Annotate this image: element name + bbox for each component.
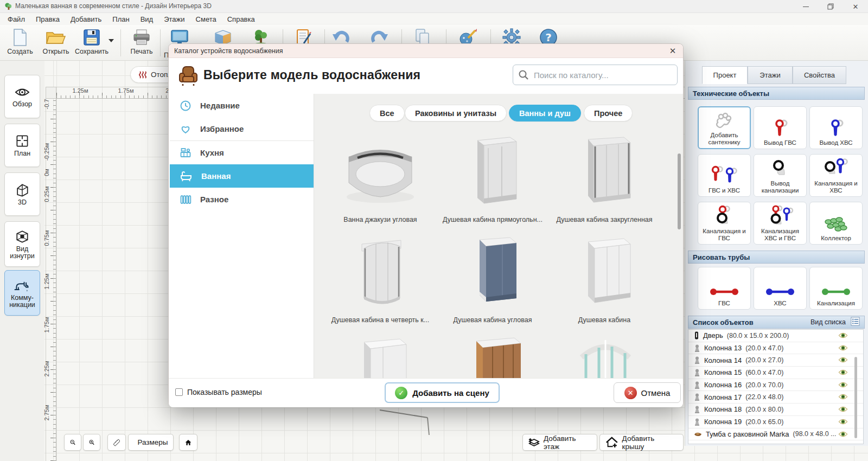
visibility-eye-icon[interactable] [838,418,848,427]
search-input[interactable] [533,70,672,80]
pipe-sewer-button[interactable]: Канализация [809,267,863,310]
add-roof-icon [605,437,618,448]
sewer-cold-hot-button[interactable]: Канализация ХВС и ГВС [754,202,807,245]
product-shower-quarter[interactable]: Душевая кабина в четверть к... [324,232,436,324]
category-recent[interactable]: Недавние [170,94,314,117]
object-list-scrollbar[interactable] [854,357,857,438]
measure-button[interactable] [107,434,126,451]
menu-file[interactable]: Файл [2,14,30,24]
hot-water-outlet-button[interactable]: Вывод ГВС [754,106,807,149]
visibility-eye-icon[interactable] [838,381,848,390]
product-scrollbar[interactable] [678,153,681,229]
column-icon [694,406,700,413]
object-row-column[interactable]: Колонна 17 (22.0 x 48.0) [688,391,863,404]
add-plumbing-button[interactable]: Добавить сантехнику [698,106,751,149]
menu-estimate[interactable]: Смета [190,14,222,24]
menu-help[interactable]: Справка [222,14,260,24]
object-row-column[interactable]: Колонна 18 (20.0 x 80.0) [688,404,863,416]
object-row-cabinet[interactable]: Тумба с раковиной Marka (98.0 x 48.0 ... [688,428,863,441]
dialog-close-button[interactable]: ✕ [667,46,679,56]
object-row-door[interactable]: Дверь (80.0 x 15.0 x 200.0) [688,330,863,342]
filter-sinks-toilets[interactable]: Раковины и унитазы [405,105,507,121]
minimize-button[interactable] [793,0,818,13]
close-window-button[interactable]: ✕ [843,0,868,13]
visibility-eye-icon[interactable] [838,369,848,377]
list-view-button[interactable] [851,317,860,328]
product-shower-partial[interactable] [324,332,436,378]
product-shower-wood-partial[interactable] [437,332,548,378]
menu-add[interactable]: Добавить [65,14,107,24]
column-icon [694,369,700,376]
visibility-eye-icon[interactable] [838,406,848,414]
category-favorites[interactable]: Избранное [170,117,314,140]
product-shower-plain[interactable]: Душевая кабина [548,232,660,324]
product-shower-rounded[interactable]: Душевая кабина закругленная [548,132,660,223]
zoom-in-button[interactable] [83,434,100,451]
tab-properties[interactable]: Свойства [793,66,846,84]
tab-floors[interactable]: Этажи [748,66,793,84]
add-roof-button[interactable]: Добавить крышу [599,434,684,451]
zoom-out-button[interactable] [64,434,81,451]
show-dimensions-checkbox[interactable] [175,388,183,396]
category-misc[interactable]: Разное [170,188,314,211]
object-row-column[interactable]: Колонна 16 (20.0 x 70.0) [688,379,863,392]
menu-plan[interactable]: План [107,14,135,24]
pipe-hot-button[interactable]: ГВС [698,267,751,310]
home-button[interactable] [179,434,197,451]
menu-view[interactable]: Вид [135,14,159,24]
product-shower-corner[interactable]: Душевая кабина угловая [437,232,548,324]
open-project-button[interactable]: Открыть [38,27,74,59]
object-row-column[interactable]: Колонна 14 (20.0 x 27.0) [688,354,863,367]
visibility-eye-icon[interactable] [838,393,848,402]
confirm-check-icon: ✓ [395,387,407,399]
collector-button[interactable]: Коллектор [809,202,863,245]
add-to-scene-button[interactable]: ✓ Добавить на сцену [385,382,500,403]
object-row-column[interactable]: Колонна 19 (20.0 x 65.0) [688,416,863,428]
menu-floors[interactable]: Этажи [158,14,190,24]
save-dropdown-arrow[interactable] [108,39,114,42]
sidebar-item-communications[interactable]: Комму-никации [4,270,40,316]
svg-text:?: ? [545,31,552,44]
shower-quarter-image [337,232,424,313]
dimensions-button[interactable]: Размеры [128,434,174,451]
door-icon [694,331,699,340]
visibility-eye-icon[interactable] [838,332,848,341]
v-ruler-label: 0м [43,161,50,184]
sewer-outlet-button[interactable]: Вывод канализации [754,154,807,197]
sidebar-item-interior-view[interactable]: Видизнутри [4,221,40,267]
pipe-cold-button[interactable]: ХВС [754,267,807,310]
sewer-cold-button[interactable]: Канализация и ХВС [809,154,863,197]
tab-project[interactable]: Проект [702,66,748,84]
save-project-button[interactable]: Сохранить [74,27,110,59]
product-corner-jacuzzi[interactable]: Ванна джакузи угловая [324,132,436,223]
restore-button[interactable] [818,0,843,13]
pipe-cold-icon [764,284,796,300]
hot-cold-water-button[interactable]: ГВС и ХВС [698,154,751,197]
cold-water-outlet-button[interactable]: Вывод ХВС [809,106,863,149]
product-shower-glass-partial[interactable] [548,332,660,378]
visibility-eye-icon[interactable] [838,431,848,439]
print-button[interactable]: Печать [124,27,159,59]
filter-baths-showers[interactable]: Ванны и душ [509,105,581,121]
pipe-hot-icon [709,284,740,300]
sidebar-item-plan[interactable]: План [4,124,40,167]
object-row-column[interactable]: Колонна 13 (20.0 x 47.0) [688,342,863,355]
category-bathroom[interactable]: Ванная [170,164,314,188]
object-row-column[interactable]: Колонна 15 (60.0 x 47.0) [688,367,863,379]
menu-edit[interactable]: Правка [30,14,65,24]
heart-icon [180,123,192,135]
sewer-hot-button[interactable]: Канализация и ГВС [698,202,751,245]
visibility-eye-icon[interactable] [838,344,848,353]
column-icon [694,393,700,401]
sidebar-item-3d[interactable]: 3D [4,172,40,216]
filter-other[interactable]: Прочее [584,105,633,121]
pipe-sewer-icon [820,284,852,300]
cancel-button[interactable]: ✕ Отмена [614,382,681,403]
visibility-eye-icon[interactable] [838,356,848,365]
product-shower-rect[interactable]: Душевая кабина прямоугольн... [437,132,548,223]
filter-all[interactable]: Все [369,105,405,121]
new-project-button[interactable]: Создать [2,27,38,59]
add-floor-button[interactable]: Добавить этаж [522,434,597,451]
sidebar-item-overview[interactable]: Обзор [4,75,40,118]
category-kitchen[interactable]: Кухня [170,141,314,164]
